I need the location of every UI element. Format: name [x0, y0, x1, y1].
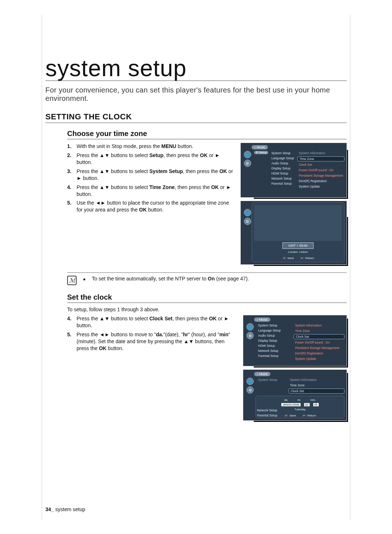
gear-icon: ⚙ [244, 160, 251, 167]
crumb-music: ♪Music [254, 372, 270, 376]
date-value: JAN/01/2008 [281, 403, 300, 406]
screenshot-clock-values: ♪Music 🌐 ⚙ System Setup System Informati… [243, 370, 347, 420]
subsection-set-the-clock: Set the clock [67, 293, 347, 303]
page-title: system setup [45, 0, 347, 81]
page-footer: 34_ system setup [45, 506, 85, 512]
subsection-time-zone: Choose your time zone [67, 130, 347, 139]
globe-icon: 🌐 [244, 151, 251, 158]
weekday-label: Tuesday [294, 408, 305, 411]
note: ℳ ■ To set the time automatically, set t… [67, 272, 347, 285]
gear-icon: ⚙ [246, 332, 254, 339]
globe-icon: 🌐 [244, 209, 251, 216]
highlight-time-zone: Time Zone [297, 156, 344, 161]
highlight-clock-set: Clock Set [294, 334, 344, 339]
gear-icon: ⚙ [246, 386, 254, 394]
crumb-setup: ⚙Setup [254, 151, 268, 154]
screenshot-timezone-map: ♪Mu Time Zone 🌐 ⚙ GMT + 00:00 London, Li… [241, 201, 347, 264]
globe-icon: 🌐 [246, 323, 254, 330]
city-label: London, Lisbon [288, 250, 308, 254]
screenshot-system-setup-clockset: ♪Music 🌐 ⚙ System Setup Language Setup A… [243, 315, 347, 366]
crumb-music: ♪Music [254, 317, 270, 322]
section-setting-the-clock: SETTING THE CLOCK [45, 112, 347, 123]
crumb-music: ♪Music [252, 145, 268, 149]
intro-text: For your convenience, you can set this p… [45, 86, 347, 103]
gear-icon: ⚙ [244, 218, 251, 225]
globe-icon: 🌐 [246, 378, 254, 385]
note-icon: ℳ [67, 276, 77, 285]
screenshot-system-setup-timezone: ♪Music 🌐 ⚙ ⚙Setup System Setup Language … [241, 143, 347, 197]
gmt-value: GMT + 00:00 [282, 242, 314, 249]
minute-value: 05 [313, 403, 319, 406]
hour-value: 02 [304, 403, 310, 406]
clock-lead: To setup, follow steps 1 through 3 above… [67, 307, 347, 312]
steps-clock: 4. Press the ▲▼ buttons to select Clock … [67, 315, 238, 352]
steps-time-zone: 1. With the unit in Stop mode, press the… [67, 143, 235, 213]
